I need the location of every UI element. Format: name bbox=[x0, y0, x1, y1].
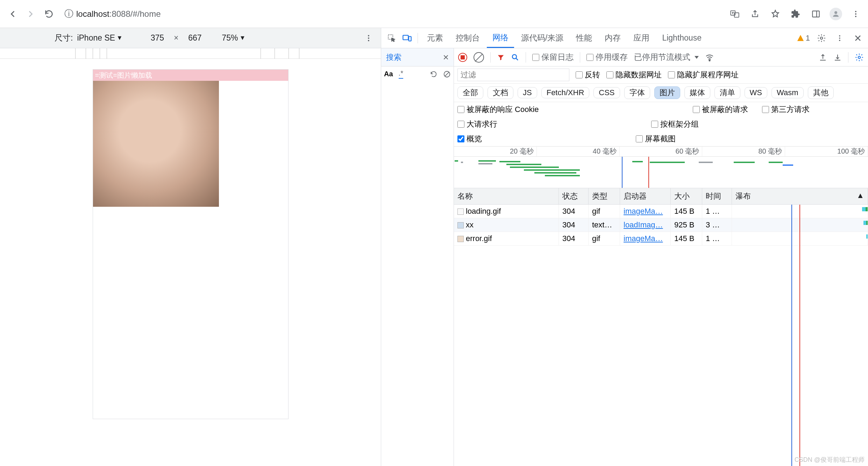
throttle-select[interactable]: 已停用节流模式 bbox=[634, 52, 699, 63]
filter-js[interactable]: JS bbox=[518, 87, 537, 98]
close-search-icon[interactable]: × bbox=[443, 52, 449, 63]
sidepanel-icon[interactable] bbox=[809, 7, 823, 21]
zoom-select[interactable]: 75% ▼ bbox=[222, 33, 246, 43]
file-icon bbox=[457, 222, 464, 228]
filter-css[interactable]: CSS bbox=[593, 87, 620, 98]
bookmark-star-icon[interactable] bbox=[769, 7, 782, 21]
large-rows-checkbox[interactable]: 大请求行 bbox=[457, 119, 497, 129]
device-frame[interactable]: =测试=图片懒加载 Ruan 瞪 bbox=[93, 69, 289, 419]
device-more-menu[interactable] bbox=[362, 31, 375, 45]
refresh-search-icon[interactable] bbox=[430, 70, 437, 78]
req-initiator[interactable]: imageMa… bbox=[624, 234, 663, 243]
device-frame-area: =测试=图片懒加载 Ruan 瞪 bbox=[0, 59, 381, 466]
show-overview-checkbox[interactable]: 概览 bbox=[457, 134, 482, 144]
preserve-log-checkbox[interactable]: 保留日志 bbox=[532, 52, 574, 63]
settings-icon[interactable] bbox=[815, 31, 828, 45]
width-input[interactable]: 375 bbox=[145, 33, 170, 43]
table-row[interactable]: error.gif 304 gif imageMa… 145 B 1 … bbox=[454, 232, 868, 246]
regex-toggle[interactable]: .* bbox=[399, 69, 403, 79]
hide-extension-urls-checkbox[interactable]: 隐藏扩展程序网址 bbox=[668, 70, 739, 80]
throttle-value: 已停用节流模式 bbox=[634, 52, 690, 63]
ruler bbox=[0, 48, 381, 59]
col-size-header[interactable]: 大小 bbox=[671, 188, 702, 204]
network-settings-icon[interactable] bbox=[855, 53, 864, 62]
devtools-tabs: 元素 控制台 网络 源代码/来源 性能 内存 应用 Lighthouse 1 bbox=[381, 28, 868, 48]
filter-other[interactable]: 其他 bbox=[808, 86, 834, 99]
timeline-tick: 60 毫秒 bbox=[620, 147, 703, 156]
search-tab-label[interactable]: 搜索 bbox=[386, 52, 401, 63]
tab-lighthouse[interactable]: Lighthouse bbox=[656, 28, 707, 48]
disable-cache-checkbox[interactable]: 停用缓存 bbox=[586, 52, 628, 63]
col-name-header[interactable]: 名称 bbox=[454, 188, 559, 204]
filter-fetch[interactable]: Fetch/XHR bbox=[541, 87, 590, 98]
blocked-requests-checkbox[interactable]: 被屏蔽的请求 bbox=[693, 104, 748, 115]
filter-all[interactable]: 全部 bbox=[457, 86, 483, 99]
col-status-header[interactable]: 状态 bbox=[559, 188, 589, 204]
import-har-icon[interactable] bbox=[819, 53, 827, 62]
tab-performance[interactable]: 性能 bbox=[570, 28, 598, 48]
export-har-icon[interactable] bbox=[833, 53, 842, 62]
extensions-icon[interactable] bbox=[789, 7, 802, 21]
network-conditions-icon[interactable] bbox=[705, 53, 714, 62]
search-drawer-tab: 搜索 × bbox=[381, 48, 454, 66]
file-icon bbox=[457, 209, 464, 215]
network-table: 名称 状态 类型 启动器 大小 时间 瀑布▲ loading.gif 304 g… bbox=[454, 188, 868, 466]
req-initiator[interactable]: imageMa… bbox=[624, 207, 663, 216]
forward-button[interactable] bbox=[24, 7, 38, 21]
svg-point-18 bbox=[512, 55, 517, 59]
clear-search-icon[interactable] bbox=[443, 70, 451, 78]
group-by-frame-checkbox[interactable]: 按框架分组 bbox=[651, 119, 699, 129]
devtools-pane: 元素 控制台 网络 源代码/来源 性能 内存 应用 Lighthouse 1 bbox=[381, 28, 868, 466]
third-party-checkbox[interactable]: 第三方请求 bbox=[762, 104, 810, 115]
col-initiator-header[interactable]: 启动器 bbox=[620, 188, 671, 204]
record-button[interactable] bbox=[458, 53, 467, 62]
req-name: loading.gif bbox=[466, 207, 501, 216]
clear-button[interactable] bbox=[474, 52, 484, 63]
search-icon[interactable] bbox=[511, 53, 519, 62]
inspect-element-icon[interactable] bbox=[385, 28, 399, 48]
url-path: /#/home bbox=[130, 9, 161, 19]
site-info-icon[interactable]: ⓘ bbox=[64, 8, 73, 20]
tab-application[interactable]: 应用 bbox=[628, 28, 655, 48]
devtools-more-icon[interactable] bbox=[833, 31, 846, 45]
req-time: 3 … bbox=[702, 218, 732, 232]
toggle-device-icon[interactable] bbox=[400, 28, 414, 48]
translate-icon[interactable] bbox=[728, 7, 741, 21]
height-input[interactable]: 667 bbox=[183, 33, 207, 43]
col-waterfall-header[interactable]: 瀑布▲ bbox=[732, 188, 868, 204]
hide-data-urls-checkbox[interactable]: 隐藏数据网址 bbox=[606, 70, 662, 80]
issues-badge[interactable]: 1 bbox=[797, 34, 810, 43]
reload-button[interactable] bbox=[42, 7, 56, 21]
filter-font[interactable]: 字体 bbox=[624, 86, 650, 99]
col-time-header[interactable]: 时间 bbox=[702, 188, 732, 204]
share-icon[interactable] bbox=[748, 7, 762, 21]
filter-doc[interactable]: 文档 bbox=[488, 86, 513, 99]
chrome-menu-icon[interactable] bbox=[849, 7, 862, 21]
tab-console[interactable]: 控制台 bbox=[450, 28, 485, 48]
tab-network[interactable]: 网络 bbox=[487, 28, 514, 48]
table-row[interactable]: xx 304 text… loadImag… 925 B 3 … bbox=[454, 218, 868, 232]
filter-wasm[interactable]: Wasm bbox=[771, 87, 804, 98]
timeline-overview[interactable] bbox=[454, 157, 868, 188]
table-row[interactable]: loading.gif 304 gif imageMa… 145 B 1 … bbox=[454, 205, 868, 218]
back-button[interactable] bbox=[6, 7, 20, 21]
col-type-header[interactable]: 类型 bbox=[589, 188, 620, 204]
url-bar[interactable]: ⓘ localhost:8088/#/home bbox=[60, 8, 724, 20]
capture-screenshots-checkbox[interactable]: 屏幕截图 bbox=[636, 134, 676, 144]
req-initiator[interactable]: loadImag… bbox=[624, 220, 663, 229]
tab-memory[interactable]: 内存 bbox=[599, 28, 626, 48]
filter-ws[interactable]: WS bbox=[745, 87, 767, 98]
invert-checkbox[interactable]: 反转 bbox=[576, 70, 600, 80]
filter-manifest[interactable]: 清单 bbox=[714, 86, 740, 99]
match-case-toggle[interactable]: Aa bbox=[384, 70, 393, 78]
tab-elements[interactable]: 元素 bbox=[421, 28, 449, 48]
device-select[interactable]: iPhone SE ▼ bbox=[77, 33, 123, 43]
profile-avatar[interactable] bbox=[830, 8, 842, 20]
filter-input[interactable] bbox=[457, 69, 569, 81]
blocked-response-cookies-checkbox[interactable]: 被屏蔽的响应 Cookie bbox=[457, 104, 539, 115]
tab-sources[interactable]: 源代码/来源 bbox=[515, 28, 569, 48]
close-devtools-icon[interactable] bbox=[851, 31, 865, 45]
filter-media[interactable]: 媒体 bbox=[684, 86, 710, 99]
filter-img[interactable]: 图片 bbox=[654, 86, 680, 99]
filter-icon[interactable] bbox=[497, 54, 505, 61]
